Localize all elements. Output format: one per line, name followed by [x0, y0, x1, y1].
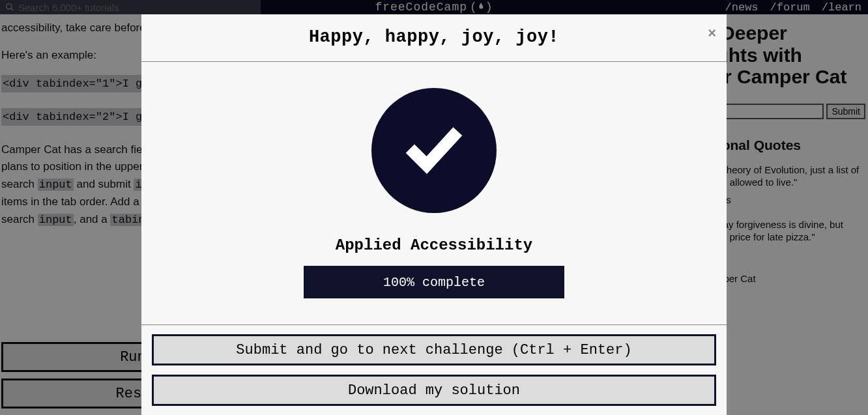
- modal-header: Happy, happy, joy, joy! ×: [141, 14, 727, 62]
- modal-title: Happy, happy, joy, joy!: [141, 27, 727, 47]
- completion-modal: Happy, happy, joy, joy! × Applied Access…: [141, 14, 727, 415]
- progress-bar: 100% complete: [304, 266, 564, 298]
- modal-category: Applied Accessibility: [336, 236, 532, 254]
- success-check-icon: [371, 88, 497, 213]
- close-icon[interactable]: ×: [708, 25, 716, 42]
- submit-next-button[interactable]: Submit and go to next challenge (Ctrl + …: [152, 334, 716, 365]
- download-solution-button[interactable]: Download my solution: [152, 375, 716, 406]
